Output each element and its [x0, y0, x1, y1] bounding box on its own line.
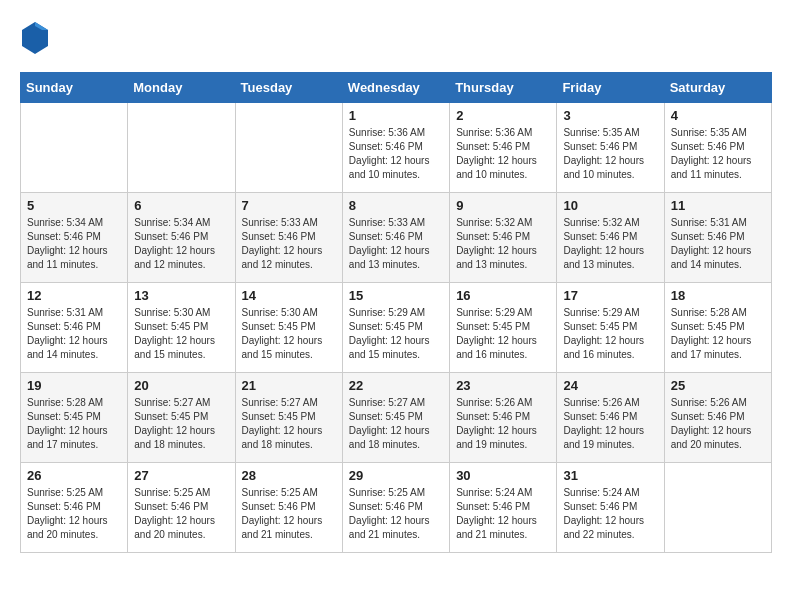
day-number: 9 [456, 198, 550, 213]
calendar-cell: 17Sunrise: 5:29 AM Sunset: 5:45 PM Dayli… [557, 283, 664, 373]
day-number: 2 [456, 108, 550, 123]
day-info: Sunrise: 5:25 AM Sunset: 5:46 PM Dayligh… [349, 486, 443, 542]
calendar-cell: 20Sunrise: 5:27 AM Sunset: 5:45 PM Dayli… [128, 373, 235, 463]
day-number: 7 [242, 198, 336, 213]
day-info: Sunrise: 5:24 AM Sunset: 5:46 PM Dayligh… [563, 486, 657, 542]
calendar-cell: 28Sunrise: 5:25 AM Sunset: 5:46 PM Dayli… [235, 463, 342, 553]
day-number: 24 [563, 378, 657, 393]
day-info: Sunrise: 5:24 AM Sunset: 5:46 PM Dayligh… [456, 486, 550, 542]
calendar-cell: 18Sunrise: 5:28 AM Sunset: 5:45 PM Dayli… [664, 283, 771, 373]
day-info: Sunrise: 5:34 AM Sunset: 5:46 PM Dayligh… [134, 216, 228, 272]
calendar-cell: 4Sunrise: 5:35 AM Sunset: 5:46 PM Daylig… [664, 103, 771, 193]
calendar-cell [664, 463, 771, 553]
calendar-cell: 9Sunrise: 5:32 AM Sunset: 5:46 PM Daylig… [450, 193, 557, 283]
calendar-week-row: 19Sunrise: 5:28 AM Sunset: 5:45 PM Dayli… [21, 373, 772, 463]
calendar-header-row: SundayMondayTuesdayWednesdayThursdayFrid… [21, 73, 772, 103]
day-number: 19 [27, 378, 121, 393]
day-info: Sunrise: 5:34 AM Sunset: 5:46 PM Dayligh… [27, 216, 121, 272]
day-info: Sunrise: 5:25 AM Sunset: 5:46 PM Dayligh… [242, 486, 336, 542]
day-of-week-thursday: Thursday [450, 73, 557, 103]
day-number: 4 [671, 108, 765, 123]
calendar-cell: 6Sunrise: 5:34 AM Sunset: 5:46 PM Daylig… [128, 193, 235, 283]
calendar-cell: 1Sunrise: 5:36 AM Sunset: 5:46 PM Daylig… [342, 103, 449, 193]
day-of-week-monday: Monday [128, 73, 235, 103]
day-number: 11 [671, 198, 765, 213]
day-number: 5 [27, 198, 121, 213]
day-info: Sunrise: 5:36 AM Sunset: 5:46 PM Dayligh… [349, 126, 443, 182]
calendar-week-row: 5Sunrise: 5:34 AM Sunset: 5:46 PM Daylig… [21, 193, 772, 283]
calendar-cell: 27Sunrise: 5:25 AM Sunset: 5:46 PM Dayli… [128, 463, 235, 553]
day-info: Sunrise: 5:36 AM Sunset: 5:46 PM Dayligh… [456, 126, 550, 182]
calendar-week-row: 26Sunrise: 5:25 AM Sunset: 5:46 PM Dayli… [21, 463, 772, 553]
day-of-week-sunday: Sunday [21, 73, 128, 103]
day-of-week-friday: Friday [557, 73, 664, 103]
day-number: 15 [349, 288, 443, 303]
calendar-cell: 8Sunrise: 5:33 AM Sunset: 5:46 PM Daylig… [342, 193, 449, 283]
calendar-week-row: 12Sunrise: 5:31 AM Sunset: 5:46 PM Dayli… [21, 283, 772, 373]
day-info: Sunrise: 5:29 AM Sunset: 5:45 PM Dayligh… [456, 306, 550, 362]
calendar-cell: 24Sunrise: 5:26 AM Sunset: 5:46 PM Dayli… [557, 373, 664, 463]
day-info: Sunrise: 5:27 AM Sunset: 5:45 PM Dayligh… [242, 396, 336, 452]
day-info: Sunrise: 5:29 AM Sunset: 5:45 PM Dayligh… [349, 306, 443, 362]
day-of-week-saturday: Saturday [664, 73, 771, 103]
day-number: 22 [349, 378, 443, 393]
day-number: 26 [27, 468, 121, 483]
day-info: Sunrise: 5:27 AM Sunset: 5:45 PM Dayligh… [349, 396, 443, 452]
day-number: 16 [456, 288, 550, 303]
day-info: Sunrise: 5:33 AM Sunset: 5:46 PM Dayligh… [349, 216, 443, 272]
day-number: 1 [349, 108, 443, 123]
calendar-cell: 25Sunrise: 5:26 AM Sunset: 5:46 PM Dayli… [664, 373, 771, 463]
page-header [20, 20, 772, 56]
calendar-cell: 13Sunrise: 5:30 AM Sunset: 5:45 PM Dayli… [128, 283, 235, 373]
calendar-cell: 2Sunrise: 5:36 AM Sunset: 5:46 PM Daylig… [450, 103, 557, 193]
calendar-cell: 3Sunrise: 5:35 AM Sunset: 5:46 PM Daylig… [557, 103, 664, 193]
day-number: 27 [134, 468, 228, 483]
day-info: Sunrise: 5:33 AM Sunset: 5:46 PM Dayligh… [242, 216, 336, 272]
day-number: 20 [134, 378, 228, 393]
calendar-cell: 26Sunrise: 5:25 AM Sunset: 5:46 PM Dayli… [21, 463, 128, 553]
day-info: Sunrise: 5:31 AM Sunset: 5:46 PM Dayligh… [27, 306, 121, 362]
calendar-cell: 19Sunrise: 5:28 AM Sunset: 5:45 PM Dayli… [21, 373, 128, 463]
day-info: Sunrise: 5:32 AM Sunset: 5:46 PM Dayligh… [456, 216, 550, 272]
calendar-cell [235, 103, 342, 193]
calendar-cell: 22Sunrise: 5:27 AM Sunset: 5:45 PM Dayli… [342, 373, 449, 463]
day-info: Sunrise: 5:28 AM Sunset: 5:45 PM Dayligh… [671, 306, 765, 362]
day-number: 3 [563, 108, 657, 123]
calendar-cell: 31Sunrise: 5:24 AM Sunset: 5:46 PM Dayli… [557, 463, 664, 553]
day-number: 29 [349, 468, 443, 483]
day-info: Sunrise: 5:26 AM Sunset: 5:46 PM Dayligh… [671, 396, 765, 452]
day-number: 8 [349, 198, 443, 213]
calendar-cell: 10Sunrise: 5:32 AM Sunset: 5:46 PM Dayli… [557, 193, 664, 283]
day-number: 12 [27, 288, 121, 303]
calendar-cell [128, 103, 235, 193]
day-number: 17 [563, 288, 657, 303]
day-info: Sunrise: 5:35 AM Sunset: 5:46 PM Dayligh… [563, 126, 657, 182]
calendar-cell [21, 103, 128, 193]
calendar-cell: 7Sunrise: 5:33 AM Sunset: 5:46 PM Daylig… [235, 193, 342, 283]
day-number: 18 [671, 288, 765, 303]
day-number: 23 [456, 378, 550, 393]
calendar-cell: 12Sunrise: 5:31 AM Sunset: 5:46 PM Dayli… [21, 283, 128, 373]
day-info: Sunrise: 5:30 AM Sunset: 5:45 PM Dayligh… [134, 306, 228, 362]
calendar-cell: 16Sunrise: 5:29 AM Sunset: 5:45 PM Dayli… [450, 283, 557, 373]
day-number: 30 [456, 468, 550, 483]
day-number: 31 [563, 468, 657, 483]
calendar-cell: 5Sunrise: 5:34 AM Sunset: 5:46 PM Daylig… [21, 193, 128, 283]
day-info: Sunrise: 5:28 AM Sunset: 5:45 PM Dayligh… [27, 396, 121, 452]
day-number: 21 [242, 378, 336, 393]
day-number: 10 [563, 198, 657, 213]
day-number: 6 [134, 198, 228, 213]
day-info: Sunrise: 5:29 AM Sunset: 5:45 PM Dayligh… [563, 306, 657, 362]
calendar-cell: 23Sunrise: 5:26 AM Sunset: 5:46 PM Dayli… [450, 373, 557, 463]
day-info: Sunrise: 5:26 AM Sunset: 5:46 PM Dayligh… [563, 396, 657, 452]
calendar-cell: 14Sunrise: 5:30 AM Sunset: 5:45 PM Dayli… [235, 283, 342, 373]
calendar-week-row: 1Sunrise: 5:36 AM Sunset: 5:46 PM Daylig… [21, 103, 772, 193]
day-of-week-tuesday: Tuesday [235, 73, 342, 103]
day-number: 13 [134, 288, 228, 303]
logo [20, 20, 56, 56]
day-info: Sunrise: 5:26 AM Sunset: 5:46 PM Dayligh… [456, 396, 550, 452]
day-number: 14 [242, 288, 336, 303]
calendar-cell: 15Sunrise: 5:29 AM Sunset: 5:45 PM Dayli… [342, 283, 449, 373]
day-info: Sunrise: 5:31 AM Sunset: 5:46 PM Dayligh… [671, 216, 765, 272]
calendar-table: SundayMondayTuesdayWednesdayThursdayFrid… [20, 72, 772, 553]
